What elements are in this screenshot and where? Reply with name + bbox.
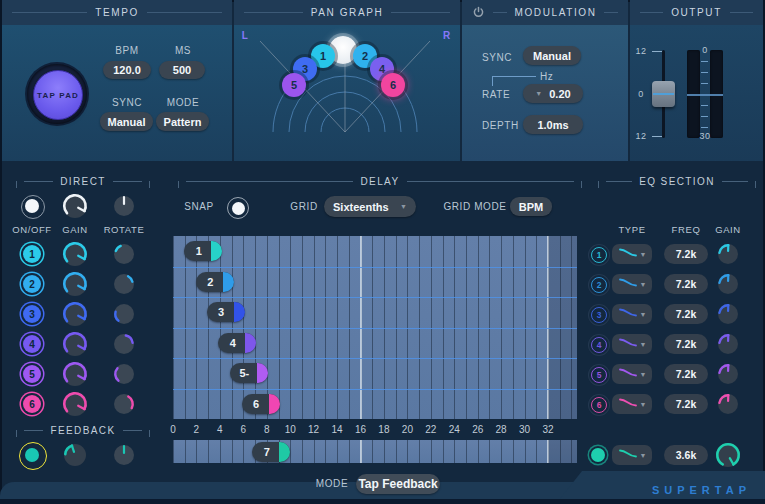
eq-type-dropdown-3[interactable]: ▼ <box>612 304 652 324</box>
master-rotate-knob[interactable] <box>112 194 136 222</box>
eq-freq-field-2[interactable]: 7.2k <box>664 274 708 294</box>
pan-tap-6[interactable]: 6 <box>381 73 405 97</box>
mod-rate-value: 0.20 <box>549 88 570 100</box>
eq-freq-field-6[interactable]: 7.2k <box>664 394 708 414</box>
eq-onoff-3[interactable]: 3 <box>591 307 607 323</box>
eq-feedback-type-dropdown[interactable]: ▼ <box>612 445 652 465</box>
direct-onoff-4[interactable]: 4 <box>23 335 41 353</box>
meter-scale-top: 0 <box>696 45 714 55</box>
eq-onoff-1[interactable]: 1 <box>591 247 607 263</box>
direct-onoff-1[interactable]: 1 <box>23 245 41 263</box>
eq-type-dropdown-1[interactable]: ▼ <box>612 244 652 264</box>
eq-gain-knob-6[interactable] <box>716 392 740 420</box>
type-dropdown-caret: ▼ <box>640 281 647 288</box>
direct-rotate-knob-6[interactable] <box>112 392 136 420</box>
direct-gain-knob-2[interactable] <box>61 270 89 302</box>
eq-gain-knob-3[interactable] <box>716 302 740 330</box>
delay-tap-7[interactable]: 7 <box>252 442 290 462</box>
eq-feedback-onoff[interactable] <box>591 448 605 462</box>
pan-tap-5[interactable]: 5 <box>282 73 306 97</box>
tempo-mode-selector[interactable]: Pattern <box>156 112 209 131</box>
eq-onoff-6[interactable]: 6 <box>591 397 607 413</box>
ms-value-field[interactable]: 500 <box>159 61 205 79</box>
grid-line <box>372 440 373 463</box>
delay-tap-2[interactable]: 2 <box>196 272 234 292</box>
eq-onoff-2[interactable]: 2 <box>591 277 607 293</box>
master-gain-knob[interactable] <box>61 192 89 224</box>
power-icon[interactable] <box>472 6 485 19</box>
footer-mode-value: Tap Feedback <box>358 477 437 491</box>
eq-gain-knob-5[interactable] <box>716 362 740 390</box>
feedback-rotate-knob[interactable] <box>112 443 136 471</box>
grid-mode-button[interactable]: BPM <box>510 197 552 216</box>
feedback-onoff-toggle[interactable] <box>25 448 39 462</box>
feedback-grid-row[interactable]: 7 <box>173 440 577 463</box>
direct-title: DIRECT <box>60 176 106 187</box>
tap-pad-button[interactable]: TAP PAD <box>33 70 83 120</box>
direct-onoff-2[interactable]: 2 <box>23 275 41 293</box>
direct-rotate-knob-2[interactable] <box>112 272 136 300</box>
direct-gain-knob-4[interactable] <box>61 330 89 362</box>
master-onoff-toggle[interactable] <box>25 199 39 213</box>
axis-tick-8: 8 <box>258 424 276 435</box>
mod-sync-label: SYNC <box>482 52 522 63</box>
direct-gain-knob-5[interactable] <box>61 360 89 392</box>
direct-rotate-knob-5[interactable] <box>112 362 136 390</box>
direct-rotate-knob-4[interactable] <box>112 332 136 360</box>
eq-freq-field-3[interactable]: 7.2k <box>664 304 708 324</box>
mod-sync-selector[interactable]: Manual <box>523 46 581 65</box>
meter-tick <box>701 83 708 84</box>
direct-onoff-6[interactable]: 6 <box>23 395 41 413</box>
output-fader-handle[interactable] <box>652 81 675 107</box>
grid-line <box>220 440 221 463</box>
direct-onoff-5[interactable]: 5 <box>23 365 41 383</box>
snap-toggle-dot <box>232 202 245 215</box>
direct-rotate-knob-3[interactable] <box>112 302 136 330</box>
output-title: OUTPUT <box>671 7 722 18</box>
grid-dropdown[interactable]: Sixteenths ▼ <box>324 196 416 217</box>
eq-feedback-freq-field[interactable]: 3.6k <box>664 445 708 465</box>
delay-tap-1[interactable]: 1 <box>184 241 222 261</box>
mod-rate-selector[interactable]: ▼ 0.20 <box>523 84 583 103</box>
eq-onoff-5[interactable]: 5 <box>591 367 607 383</box>
axis-tick-0: 0 <box>164 424 182 435</box>
delay-tap-3[interactable]: 3 <box>207 302 245 322</box>
eq-gain-knob-4[interactable] <box>716 332 740 360</box>
fader-scale-top: 12 <box>632 46 650 56</box>
eq-type-dropdown-4[interactable]: ▼ <box>612 334 652 354</box>
modulation-body: SYNC Manual Hz RATE ▼ 0.20 DEPTH 1.0ms <box>462 25 628 161</box>
delay-tap-4[interactable]: 4 <box>218 333 256 353</box>
delay-grid[interactable]: 12345-6 <box>173 236 577 419</box>
footer-mode-selector[interactable]: Tap Feedback <box>356 474 440 494</box>
eq-freq-field-5[interactable]: 7.2k <box>664 364 708 384</box>
eq-type-dropdown-2[interactable]: ▼ <box>612 274 652 294</box>
mod-depth-field[interactable]: 1.0ms <box>523 115 583 134</box>
type-dropdown-caret: ▼ <box>640 401 647 408</box>
snap-toggle[interactable] <box>227 197 249 219</box>
direct-gain-knob-6[interactable] <box>61 390 89 422</box>
tempo-sync-selector[interactable]: Manual <box>100 112 153 131</box>
fader-tick-top <box>652 51 662 52</box>
grid-row-separator <box>173 389 577 390</box>
delay-tap-6[interactable]: 6 <box>242 394 280 414</box>
delay-tap-5[interactable]: 5- <box>230 363 268 383</box>
direct-onoff-3[interactable]: 3 <box>23 305 41 323</box>
direct-gain-knob-1[interactable] <box>61 240 89 272</box>
bpm-value-field[interactable]: 120.0 <box>103 61 151 79</box>
filter-curve-icon <box>618 335 638 353</box>
eq-onoff-4[interactable]: 4 <box>591 337 607 353</box>
eq-type-dropdown-5[interactable]: ▼ <box>612 364 652 384</box>
eq-type-dropdown-6[interactable]: ▼ <box>612 394 652 414</box>
eq-gain-knob-2[interactable] <box>716 272 740 300</box>
direct-gain-knob-3[interactable] <box>61 300 89 332</box>
delay-title: DELAY <box>360 176 399 187</box>
direct-section-header: DIRECT <box>16 176 150 188</box>
pan-graph-panel: PAN GRAPH L R 123456 <box>234 0 460 161</box>
grid-line <box>443 440 444 463</box>
feedback-gain-knob[interactable] <box>62 442 88 472</box>
eq-gain-knob-1[interactable] <box>716 242 740 270</box>
eq-feedback-gain-knob[interactable] <box>714 441 742 473</box>
eq-freq-field-1[interactable]: 7.2k <box>664 244 708 264</box>
direct-rotate-knob-1[interactable] <box>112 242 136 270</box>
eq-freq-field-4[interactable]: 7.2k <box>664 334 708 354</box>
